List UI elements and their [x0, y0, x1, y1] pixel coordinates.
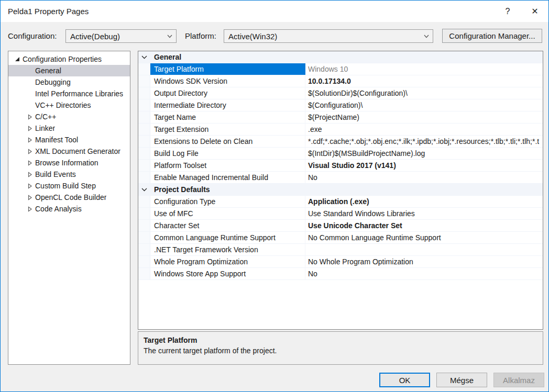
property-name[interactable]: Intermediate Directory: [150, 99, 305, 111]
tree-item-browse-information[interactable]: Browse Information: [8, 157, 130, 169]
triangle-collapsed-icon[interactable]: [26, 149, 34, 154]
grid-row-whole-program-optimization[interactable]: Whole Program OptimizationNo Whole Progr…: [138, 256, 543, 268]
property-value[interactable]: Visual Studio 2017 (v141): [305, 160, 543, 171]
triangle-collapsed-icon[interactable]: [26, 160, 34, 166]
property-name[interactable]: Windows SDK Version: [150, 75, 305, 87]
triangle-collapsed-icon[interactable]: [26, 183, 34, 189]
property-name[interactable]: Extensions to Delete on Clean: [150, 136, 305, 147]
grid-row-common-language-runtime-support[interactable]: Common Language Runtime SupportNo Common…: [138, 232, 543, 244]
property-value[interactable]: Application (.exe): [305, 196, 543, 207]
property-name[interactable]: Target Extension: [150, 124, 305, 135]
row-gutter: [138, 160, 150, 171]
property-name[interactable]: Configuration Type: [150, 196, 305, 207]
property-name[interactable]: Target Name: [150, 111, 305, 123]
property-name[interactable]: Use of MFC: [150, 208, 305, 219]
tree-item-general[interactable]: General: [8, 65, 130, 76]
property-value[interactable]: $(Configuration)\: [305, 99, 543, 111]
titlebar[interactable]: Pelda1 Property Pages ? ✕: [1, 1, 548, 22]
configuration-manager-button[interactable]: Configuration Manager...: [442, 29, 542, 43]
description-panel: Target Platform The current target platf…: [138, 331, 543, 365]
property-value[interactable]: 10.0.17134.0: [305, 75, 543, 87]
cancel-button[interactable]: Mégse: [436, 373, 487, 387]
configuration-tree: Configuration Properties GeneralDebuggin…: [8, 51, 130, 365]
chevron-down-icon: [420, 35, 433, 38]
grid-row-extensions-to-delete-on-clean[interactable]: Extensions to Delete on Clean*.cdf;*.cac…: [138, 136, 543, 148]
row-gutter: [138, 63, 150, 75]
property-value[interactable]: No: [305, 172, 543, 183]
property-value[interactable]: $(SolutionDir)$(Configuration)\: [305, 87, 543, 99]
grid-row-target-platform[interactable]: Target PlatformWindows 10: [138, 63, 543, 75]
platform-dropdown[interactable]: Active(Win32): [224, 29, 433, 43]
property-value[interactable]: No Whole Program Optimization: [305, 256, 543, 267]
tree-item-label: Custom Build Step: [34, 182, 96, 190]
grid-row-build-log-file[interactable]: Build Log File$(IntDir)$(MSBuildProjectN…: [138, 148, 543, 160]
tree-item-custom-build-step[interactable]: Custom Build Step: [8, 180, 130, 192]
triangle-collapsed-icon[interactable]: [26, 114, 34, 120]
property-name[interactable]: Character Set: [150, 220, 305, 231]
property-name[interactable]: Build Log File: [150, 148, 305, 159]
grid-section-general[interactable]: General: [138, 51, 543, 63]
triangle-collapsed-icon[interactable]: [26, 195, 34, 200]
ok-button[interactable]: OK: [379, 373, 430, 387]
property-value[interactable]: Use Unicode Character Set: [305, 220, 543, 231]
section-collapse-icon[interactable]: [138, 184, 150, 195]
grid-row-target-name[interactable]: Target Name$(ProjectName): [138, 111, 543, 124]
section-collapse-icon[interactable]: [138, 51, 150, 63]
grid-row-net-target-framework-version[interactable]: .NET Target Framework Version: [138, 244, 543, 256]
tree-item-label: General: [34, 66, 61, 75]
tree-item-code-analysis[interactable]: Code Analysis: [8, 203, 130, 215]
property-value[interactable]: $(IntDir)$(MSBuildProjectName).log: [305, 148, 543, 159]
property-name[interactable]: .NET Target Framework Version: [150, 244, 305, 255]
triangle-expanded-icon[interactable]: [14, 57, 21, 62]
property-value[interactable]: No Common Language Runtime Support: [305, 232, 543, 243]
property-name[interactable]: Whole Program Optimization: [150, 256, 305, 267]
tree-item-label: Code Analysis: [34, 205, 82, 213]
tree-item-xml-document-generator[interactable]: XML Document Generator: [8, 145, 130, 157]
tree-item-debugging[interactable]: Debugging: [8, 76, 130, 88]
property-name[interactable]: Enable Managed Incremental Build: [150, 172, 305, 183]
property-value[interactable]: *.cdf;*.cache;*.obj;*.obj.enc;*.ilk;*.ip…: [305, 136, 543, 147]
property-name[interactable]: Target Platform: [150, 63, 305, 75]
grid-row-character-set[interactable]: Character SetUse Unicode Character Set: [138, 220, 543, 232]
tree-item-manifest-tool[interactable]: Manifest Tool: [8, 134, 130, 145]
tree-item-configuration-properties[interactable]: Configuration Properties: [8, 53, 130, 65]
triangle-collapsed-icon[interactable]: [26, 137, 34, 143]
grid-row-output-directory[interactable]: Output Directory$(SolutionDir)$(Configur…: [138, 87, 543, 99]
row-gutter: [138, 124, 150, 135]
triangle-collapsed-icon[interactable]: [26, 206, 34, 212]
tree-item-build-events[interactable]: Build Events: [8, 169, 130, 180]
property-name[interactable]: Output Directory: [150, 87, 305, 99]
property-value[interactable]: .exe: [305, 124, 543, 135]
configuration-dropdown[interactable]: Active(Debug): [65, 29, 177, 43]
grid-row-windows-sdk-version[interactable]: Windows SDK Version10.0.17134.0: [138, 75, 543, 87]
grid-row-configuration-type[interactable]: Configuration TypeApplication (.exe): [138, 196, 543, 208]
row-gutter: [138, 208, 150, 219]
property-name[interactable]: Common Language Runtime Support: [150, 232, 305, 243]
tree-item-intel-performance-libraries[interactable]: Intel Performance Libraries: [8, 88, 130, 99]
grid-row-use-of-mfc[interactable]: Use of MFCUse Standard Windows Libraries: [138, 208, 543, 220]
grid-row-windows-store-app-support[interactable]: Windows Store App SupportNo: [138, 268, 543, 280]
grid-row-platform-toolset[interactable]: Platform ToolsetVisual Studio 2017 (v141…: [138, 160, 543, 172]
triangle-collapsed-icon[interactable]: [26, 172, 34, 177]
property-value[interactable]: $(ProjectName): [305, 111, 543, 123]
tree-item-label: OpenCL Code Builder: [34, 193, 106, 201]
grid-section-project-defaults[interactable]: Project Defaults: [138, 184, 543, 196]
property-name[interactable]: Platform Toolset: [150, 160, 305, 171]
grid-row-enable-managed-incremental-build[interactable]: Enable Managed Incremental BuildNo: [138, 172, 543, 184]
triangle-collapsed-icon[interactable]: [26, 126, 34, 131]
tree-item-linker[interactable]: Linker: [8, 122, 130, 134]
property-value[interactable]: No: [305, 268, 543, 279]
tree-item-vc-directories[interactable]: VC++ Directories: [8, 99, 130, 111]
property-name[interactable]: Windows Store App Support: [150, 268, 305, 279]
grid-row-intermediate-directory[interactable]: Intermediate Directory$(Configuration)\: [138, 99, 543, 111]
tree-item-opencl-code-builder[interactable]: OpenCL Code Builder: [8, 192, 130, 203]
row-gutter: [138, 148, 150, 159]
tree-item-c-c[interactable]: C/C++: [8, 111, 130, 122]
configuration-dropdown-value: Active(Debug): [70, 32, 163, 41]
grid-row-target-extension[interactable]: Target Extension.exe: [138, 124, 543, 136]
help-button[interactable]: ?: [494, 1, 521, 22]
property-value[interactable]: Windows 10: [305, 63, 543, 75]
close-button[interactable]: ✕: [521, 1, 548, 22]
property-value[interactable]: Use Standard Windows Libraries: [305, 208, 543, 219]
property-value[interactable]: [305, 244, 543, 255]
